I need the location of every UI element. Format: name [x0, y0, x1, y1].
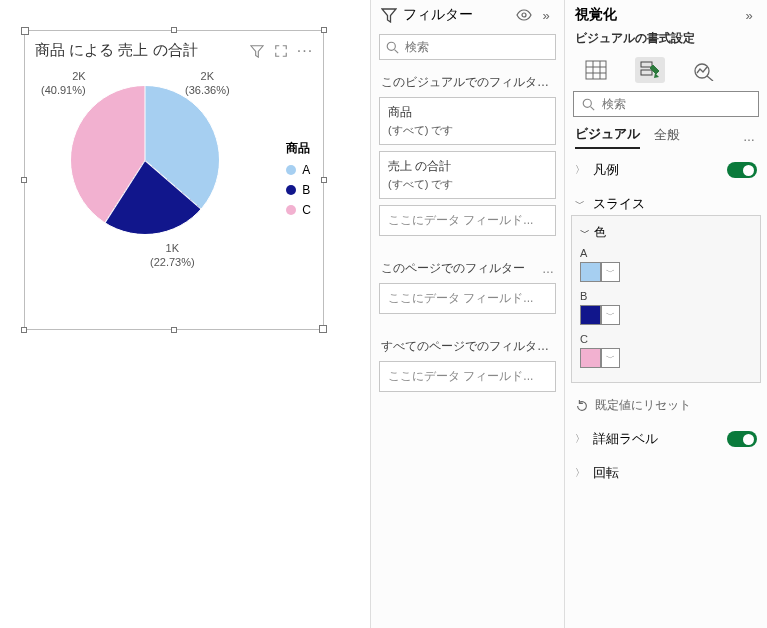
- prop-detail-labels[interactable]: 〉 詳細ラベル: [565, 422, 767, 456]
- reset-to-default[interactable]: 既定値にリセット: [565, 391, 767, 422]
- reset-icon: [575, 399, 589, 413]
- filter-pane-icon: [381, 7, 397, 23]
- prop-legend[interactable]: 〉 凡例: [565, 153, 767, 187]
- search-icon: [580, 96, 596, 112]
- filters-section-page: このページでのフィルター: [381, 260, 525, 277]
- chevron-down-icon[interactable]: ﹀: [580, 226, 590, 240]
- colors-subpanel: ﹀ 色 A ﹀ B ﹀ C ﹀: [571, 215, 761, 383]
- build-visual-tab[interactable]: [581, 57, 611, 83]
- chevron-down-icon[interactable]: ﹀: [601, 306, 619, 324]
- analytics-tab[interactable]: [689, 57, 719, 83]
- filters-section-visual: このビジュアルでのフィルター…: [381, 74, 554, 91]
- filter-card-product[interactable]: 商品 (すべて) です: [379, 97, 556, 145]
- chevron-down-icon: ﹀: [575, 197, 587, 211]
- chevron-right-icon: 〉: [575, 163, 587, 177]
- viz-subtitle: ビジュアルの書式設定: [565, 30, 767, 53]
- filter-card-sales[interactable]: 売上 の合計 (すべて) です: [379, 151, 556, 199]
- prop-rotation[interactable]: 〉 回転: [565, 456, 767, 490]
- svg-line-11: [707, 76, 713, 81]
- tab-general[interactable]: 全般: [654, 126, 680, 148]
- collapse-pane-icon[interactable]: »: [538, 7, 554, 23]
- filter-card-value: (すべて) です: [388, 123, 547, 138]
- more-options-icon[interactable]: ···: [297, 43, 313, 59]
- svg-line-2: [395, 49, 399, 53]
- color-picker-c[interactable]: ﹀: [580, 348, 620, 368]
- prop-label: 凡例: [593, 161, 727, 179]
- color-picker-b[interactable]: ﹀: [580, 305, 620, 325]
- slice-label-b: 1K(22.73%): [150, 242, 195, 270]
- format-search-input[interactable]: [602, 97, 752, 111]
- chevron-right-icon: 〉: [575, 432, 587, 446]
- toggle-legend[interactable]: [727, 162, 757, 178]
- prop-label: スライス: [593, 195, 757, 213]
- svg-rect-3: [586, 61, 606, 79]
- filter-drop-all[interactable]: ここにデータ フィールド...: [379, 361, 556, 392]
- visualizations-pane: 視覚化 » ビジュアルの書式設定 ビジュアル 全般 … 〉 凡例 ﹀ スライス: [565, 0, 767, 628]
- color-label-b: B: [580, 290, 752, 302]
- tab-visual[interactable]: ビジュアル: [575, 125, 640, 149]
- svg-point-1: [387, 42, 395, 50]
- filter-card-name: 売上 の合計: [388, 158, 547, 175]
- svg-rect-9: [641, 70, 652, 75]
- svg-line-13: [590, 106, 594, 110]
- section-more-icon[interactable]: …: [542, 262, 554, 276]
- legend-title: 商品: [286, 140, 311, 157]
- filter-drop-page[interactable]: ここにデータ フィールド...: [379, 283, 556, 314]
- chevron-right-icon: 〉: [575, 466, 587, 480]
- chart-legend: 商品 A B C: [286, 140, 311, 223]
- chevron-down-icon[interactable]: ﹀: [601, 349, 619, 367]
- viz-title: 視覚化: [575, 6, 617, 24]
- report-canvas[interactable]: 商品 による 売上 の合計 ··· 2K(36.36%): [0, 0, 370, 628]
- color-picker-a[interactable]: ﹀: [580, 262, 620, 282]
- focus-mode-icon[interactable]: [273, 43, 289, 59]
- format-visual-tab[interactable]: [635, 57, 665, 83]
- filters-title: フィルター: [403, 6, 473, 24]
- slice-label-c: 2K(40.91%): [41, 70, 86, 98]
- legend-item-a[interactable]: A: [286, 163, 311, 177]
- legend-item-c[interactable]: C: [286, 203, 311, 217]
- color-label-a: A: [580, 247, 752, 259]
- search-icon: [386, 39, 399, 55]
- colors-heading: 色: [594, 224, 606, 241]
- filter-card-name: 商品: [388, 104, 547, 121]
- show-hide-pane-icon[interactable]: [516, 7, 532, 23]
- prop-slices[interactable]: ﹀ スライス: [565, 187, 767, 215]
- prop-label: 詳細ラベル: [593, 430, 727, 448]
- legend-item-b[interactable]: B: [286, 183, 311, 197]
- filter-icon[interactable]: [249, 43, 265, 59]
- prop-label: 回転: [593, 464, 757, 482]
- color-label-c: C: [580, 333, 752, 345]
- tab-more-icon[interactable]: …: [743, 130, 757, 144]
- svg-point-0: [522, 13, 526, 17]
- collapse-viz-pane-icon[interactable]: »: [741, 7, 757, 23]
- toggle-detail-labels[interactable]: [727, 431, 757, 447]
- visual-title: 商品 による 売上 の合計: [35, 41, 198, 60]
- chevron-down-icon[interactable]: ﹀: [601, 263, 619, 281]
- svg-point-12: [583, 99, 591, 107]
- pie-chart-visual[interactable]: 商品 による 売上 の合計 ··· 2K(36.36%): [24, 30, 324, 330]
- filter-card-value: (すべて) です: [388, 177, 547, 192]
- filters-search-input[interactable]: [405, 40, 555, 54]
- chart-area: 2K(36.36%) 1K(22.73%) 2K(40.91%) 商品 A B …: [25, 60, 323, 310]
- slice-label-a: 2K(36.36%): [185, 70, 230, 98]
- filters-search[interactable]: [379, 34, 556, 60]
- filters-pane: フィルター » このビジュアルでのフィルター… 商品 (すべて) です 売上 の…: [370, 0, 565, 628]
- svg-rect-8: [641, 62, 652, 67]
- reset-label: 既定値にリセット: [595, 397, 691, 414]
- filter-drop-visual[interactable]: ここにデータ フィールド...: [379, 205, 556, 236]
- format-search[interactable]: [573, 91, 759, 117]
- filters-section-all: すべてのページでのフィルター…: [381, 338, 554, 355]
